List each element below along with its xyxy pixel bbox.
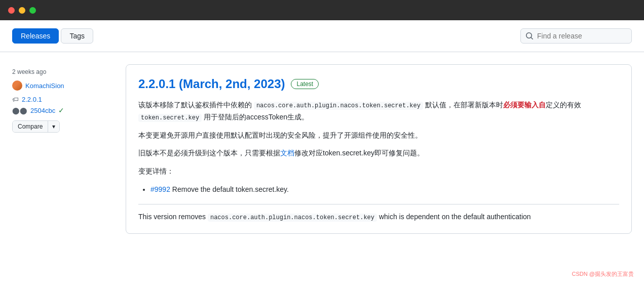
search-wrapper [520, 28, 632, 44]
tab-group: Releases Tags [12, 28, 93, 44]
doc-link[interactable]: 文档 [280, 149, 294, 157]
body-para2: 本变更避免开源用户直接使用默认配置时出现的安全风险，提升了开源组件使用的安全性。 [138, 130, 619, 142]
tags-tab[interactable]: Tags [61, 28, 93, 44]
author-link[interactable]: KomachiSion [25, 82, 64, 90]
close-dot[interactable] [8, 7, 15, 14]
sidebar-author-row: KomachiSion [12, 80, 113, 91]
code-2: token.secret.key [138, 114, 202, 122]
divider [138, 204, 619, 204]
commit-value[interactable]: 2504cbc [30, 107, 55, 114]
compare-dropdown-button[interactable]: ▾ [48, 121, 59, 132]
bold-text: 必须要输入自 [503, 101, 546, 109]
watermark: CSDN @掘头发的王富贵 [572, 270, 634, 278]
release-card: 2.2.0.1 (March, 2nd, 2023) Latest 该版本移除了… [126, 64, 632, 234]
sidebar-time: 2 weeks ago [12, 68, 113, 75]
changes-label: 变更详情： [138, 166, 619, 178]
compare-button-group: Compare ▾ [12, 120, 60, 133]
tag-icon: 🏷 [12, 96, 19, 103]
commit-icon: ⬤⬤ [12, 107, 27, 114]
search-input[interactable] [520, 28, 632, 44]
tag-value[interactable]: 2.2.0.1 [22, 96, 42, 103]
tag-row: 🏷 2.2.0.1 [12, 96, 113, 103]
sidebar: 2 weeks ago KomachiSion 🏷 2.2.0.1 ⬤⬤ 250… [12, 64, 113, 234]
check-icon: ✓ [58, 106, 64, 114]
release-title-row: 2.2.0.1 (March, 2nd, 2023) Latest [138, 77, 619, 91]
changes-list: #9992 Remove the default token.secret.ke… [150, 184, 619, 196]
body-para3: 旧版本不是必须升级到这个版本，只需要根据文档修改对应token.secret.k… [138, 147, 619, 159]
content-area: 2 weeks ago KomachiSion 🏷 2.2.0.1 ⬤⬤ 250… [0, 52, 644, 234]
commit-row: ⬤⬤ 2504cbc ✓ [12, 106, 113, 114]
titlebar [0, 0, 644, 20]
body-para1: 该版本移除了默认鉴权插件中依赖的 nacos.core.auth.plugin.… [138, 99, 619, 124]
compare-main-button[interactable]: Compare [13, 121, 48, 132]
latest-badge: Latest [291, 79, 319, 89]
bullet-item-1: #9992 Remove the default token.secret.ke… [150, 184, 619, 196]
code-1: nacos.core.auth.plugin.nacos.token.secre… [254, 102, 423, 110]
page-container: Releases Tags 2 weeks ago KomachiSion 🏷 … [0, 20, 644, 288]
avatar [12, 80, 22, 91]
search-icon [525, 32, 534, 40]
maximize-dot[interactable] [29, 7, 36, 14]
release-title-link[interactable]: 2.2.0.1 (March, 2nd, 2023) [138, 77, 285, 91]
sidebar-meta: 🏷 2.2.0.1 ⬤⬤ 2504cbc ✓ [12, 96, 113, 114]
minimize-dot[interactable] [19, 7, 25, 14]
toolbar: Releases Tags [0, 20, 644, 52]
release-body: 该版本移除了默认鉴权插件中依赖的 nacos.core.auth.plugin.… [138, 99, 619, 196]
releases-tab[interactable]: Releases [12, 28, 59, 44]
release-footer: This version removes nacos.core.auth.plu… [138, 213, 619, 221]
issue-link[interactable]: #9992 [150, 185, 170, 193]
footer-code: nacos.core.auth.plugin.nacos.token.secre… [208, 214, 377, 222]
